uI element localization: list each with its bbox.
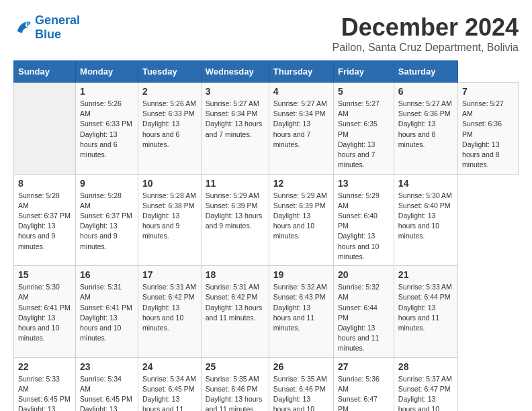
day-info: Sunrise: 5:28 AMSunset: 6:37 PMDaylight:… (80, 191, 134, 252)
day-info: Sunrise: 5:29 AMSunset: 6:39 PMDaylight:… (206, 191, 265, 232)
calendar-cell: 12Sunrise: 5:29 AMSunset: 6:39 PMDayligh… (269, 174, 333, 266)
day-number: 9 (80, 178, 134, 189)
day-number: 12 (273, 178, 329, 189)
day-number: 16 (80, 269, 134, 280)
day-info: Sunrise: 5:27 AMSunset: 6:36 PMDaylight:… (462, 99, 514, 171)
day-number: 17 (142, 269, 197, 280)
day-info: Sunrise: 5:31 AMSunset: 6:42 PMDaylight:… (142, 282, 197, 333)
day-info: Sunrise: 5:27 AMSunset: 6:35 PMDaylight:… (338, 99, 390, 171)
header-friday: Friday (333, 61, 394, 83)
day-number: 14 (398, 178, 453, 189)
calendar-header: Sunday Monday Tuesday Wednesday Thursday… (14, 61, 519, 83)
calendar-cell: 10Sunrise: 5:28 AMSunset: 6:38 PMDayligh… (138, 174, 201, 266)
calendar-cell: 19Sunrise: 5:32 AMSunset: 6:43 PMDayligh… (269, 266, 333, 358)
calendar-cell: 14Sunrise: 5:30 AMSunset: 6:40 PMDayligh… (394, 174, 457, 266)
day-info: Sunrise: 5:33 AMSunset: 6:45 PMDaylight:… (18, 374, 71, 411)
header-thursday: Thursday (269, 61, 333, 83)
day-number: 22 (18, 361, 71, 372)
title-block: December 2024 Pailon, Santa Cruz Departm… (332, 13, 519, 54)
day-number: 21 (398, 269, 453, 280)
calendar-cell: 16Sunrise: 5:31 AMSunset: 6:41 PMDayligh… (76, 266, 138, 358)
day-info: Sunrise: 5:27 AMSunset: 6:34 PMDaylight:… (273, 99, 329, 150)
day-info: Sunrise: 5:27 AMSunset: 6:34 PMDaylight:… (206, 99, 265, 140)
month-title: December 2024 (332, 13, 519, 42)
calendar-cell: 8Sunrise: 5:28 AMSunset: 6:37 PMDaylight… (14, 174, 76, 266)
day-info: Sunrise: 5:36 AMSunset: 6:47 PMDaylight:… (338, 374, 390, 411)
day-number: 11 (206, 178, 265, 189)
calendar-cell: 15Sunrise: 5:30 AMSunset: 6:41 PMDayligh… (14, 266, 76, 358)
calendar-cell: 23Sunrise: 5:34 AMSunset: 6:45 PMDayligh… (76, 357, 138, 411)
day-info: Sunrise: 5:34 AMSunset: 6:45 PMDaylight:… (80, 374, 134, 411)
day-info: Sunrise: 5:34 AMSunset: 6:45 PMDaylight:… (142, 374, 197, 411)
day-info: Sunrise: 5:26 AMSunset: 6:33 PMDaylight:… (80, 99, 134, 160)
day-info: Sunrise: 5:28 AMSunset: 6:38 PMDaylight:… (142, 191, 197, 242)
day-info: Sunrise: 5:31 AMSunset: 6:41 PMDaylight:… (80, 282, 134, 343)
day-info: Sunrise: 5:32 AMSunset: 6:44 PMDaylight:… (338, 282, 390, 354)
day-number: 19 (273, 269, 329, 280)
day-number: 27 (338, 361, 390, 372)
day-info: Sunrise: 5:32 AMSunset: 6:43 PMDaylight:… (273, 282, 329, 333)
calendar-cell: 22Sunrise: 5:33 AMSunset: 6:45 PMDayligh… (14, 357, 76, 411)
calendar-cell: 4Sunrise: 5:27 AMSunset: 6:34 PMDaylight… (269, 83, 333, 175)
logo: General Blue (13, 13, 80, 42)
week-row-2: 8Sunrise: 5:28 AMSunset: 6:37 PMDaylight… (14, 174, 519, 266)
calendar-cell: 1Sunrise: 5:26 AMSunset: 6:33 PMDaylight… (76, 83, 138, 175)
calendar-cell: 3Sunrise: 5:27 AMSunset: 6:34 PMDaylight… (201, 83, 269, 175)
calendar-cell: 20Sunrise: 5:32 AMSunset: 6:44 PMDayligh… (333, 266, 394, 358)
calendar-cell: 24Sunrise: 5:34 AMSunset: 6:45 PMDayligh… (138, 357, 201, 411)
day-number: 7 (462, 86, 514, 97)
day-info: Sunrise: 5:30 AMSunset: 6:41 PMDaylight:… (18, 282, 71, 343)
day-info: Sunrise: 5:35 AMSunset: 6:46 PMDaylight:… (206, 374, 265, 411)
day-number: 1 (80, 86, 134, 97)
day-info: Sunrise: 5:33 AMSunset: 6:44 PMDaylight:… (398, 282, 453, 333)
calendar-cell: 6Sunrise: 5:27 AMSunset: 6:36 PMDaylight… (394, 83, 457, 175)
day-number: 18 (206, 269, 265, 280)
day-number: 24 (142, 361, 197, 372)
page-header: General Blue December 2024 Pailon, Santa… (13, 13, 519, 54)
day-info: Sunrise: 5:31 AMSunset: 6:42 PMDaylight:… (206, 282, 265, 323)
day-info: Sunrise: 5:29 AMSunset: 6:39 PMDaylight:… (273, 191, 329, 242)
calendar-cell: 11Sunrise: 5:29 AMSunset: 6:39 PMDayligh… (201, 174, 269, 266)
logo-icon (13, 18, 32, 37)
calendar-cell: 9Sunrise: 5:28 AMSunset: 6:37 PMDaylight… (76, 174, 138, 266)
week-row-3: 15Sunrise: 5:30 AMSunset: 6:41 PMDayligh… (14, 266, 519, 358)
calendar-cell: 5Sunrise: 5:27 AMSunset: 6:35 PMDaylight… (333, 83, 394, 175)
week-row-1: 1Sunrise: 5:26 AMSunset: 6:33 PMDaylight… (14, 83, 519, 175)
logo-text: General Blue (35, 13, 80, 42)
day-info: Sunrise: 5:28 AMSunset: 6:37 PMDaylight:… (18, 191, 71, 252)
location-subtitle: Pailon, Santa Cruz Department, Bolivia (332, 42, 519, 54)
week-row-4: 22Sunrise: 5:33 AMSunset: 6:45 PMDayligh… (14, 357, 519, 411)
day-number: 23 (80, 361, 134, 372)
calendar-cell: 17Sunrise: 5:31 AMSunset: 6:42 PMDayligh… (138, 266, 201, 358)
calendar-cell: 13Sunrise: 5:29 AMSunset: 6:40 PMDayligh… (333, 174, 394, 266)
day-info: Sunrise: 5:37 AMSunset: 6:47 PMDaylight:… (398, 374, 453, 411)
calendar-cell: 2Sunrise: 5:26 AMSunset: 6:33 PMDaylight… (138, 83, 201, 175)
day-number: 25 (206, 361, 265, 372)
day-number: 15 (18, 269, 71, 280)
day-number: 13 (338, 178, 390, 189)
calendar-cell: 26Sunrise: 5:35 AMSunset: 6:46 PMDayligh… (269, 357, 333, 411)
day-number: 6 (398, 86, 453, 97)
day-number: 5 (338, 86, 390, 97)
calendar-cell: 18Sunrise: 5:31 AMSunset: 6:42 PMDayligh… (201, 266, 269, 358)
calendar-cell: 7Sunrise: 5:27 AMSunset: 6:36 PMDaylight… (458, 83, 519, 175)
calendar-cell: 28Sunrise: 5:37 AMSunset: 6:47 PMDayligh… (394, 357, 457, 411)
day-number: 28 (398, 361, 453, 372)
calendar-cell (14, 83, 76, 175)
day-number: 2 (142, 86, 197, 97)
header-monday: Monday (76, 61, 138, 83)
header-saturday: Saturday (394, 61, 457, 83)
day-number: 26 (273, 361, 329, 372)
day-info: Sunrise: 5:27 AMSunset: 6:36 PMDaylight:… (398, 99, 453, 150)
header-sunday: Sunday (14, 61, 76, 83)
calendar-cell: 25Sunrise: 5:35 AMSunset: 6:46 PMDayligh… (201, 357, 269, 411)
calendar-cell: 27Sunrise: 5:36 AMSunset: 6:47 PMDayligh… (333, 357, 394, 411)
calendar-cell: 21Sunrise: 5:33 AMSunset: 6:44 PMDayligh… (394, 266, 457, 358)
calendar-table: Sunday Monday Tuesday Wednesday Thursday… (13, 60, 519, 411)
day-info: Sunrise: 5:26 AMSunset: 6:33 PMDaylight:… (142, 99, 197, 150)
day-number: 4 (273, 86, 329, 97)
header-wednesday: Wednesday (201, 61, 269, 83)
day-number: 10 (142, 178, 197, 189)
day-info: Sunrise: 5:35 AMSunset: 6:46 PMDaylight:… (273, 374, 329, 411)
day-number: 3 (206, 86, 265, 97)
